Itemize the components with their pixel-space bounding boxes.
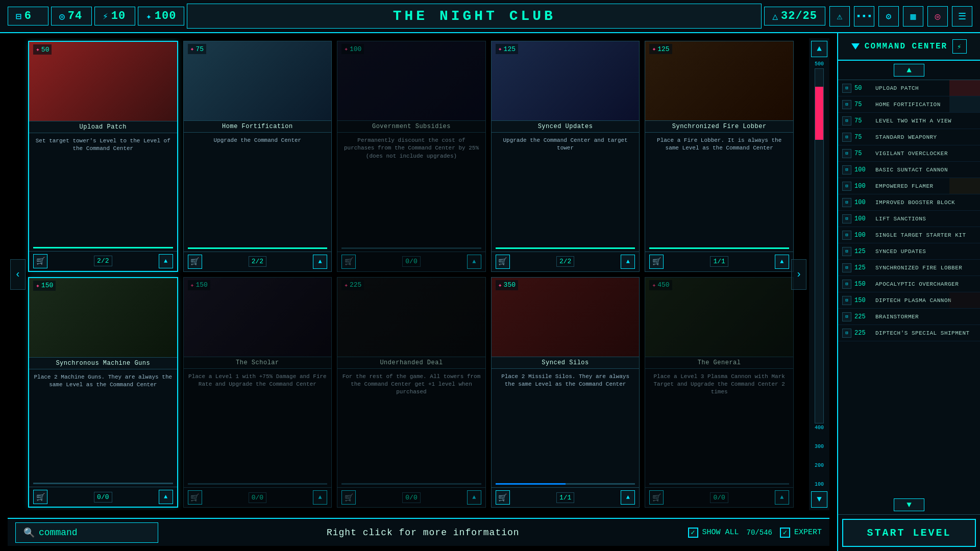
cc-item-cost-12: 150 — [854, 281, 872, 288]
cc-item-0[interactable]: ⊟ 50 UPLOAD PATCH — [838, 80, 980, 96]
card-arrow-the-scholar[interactable]: ▲ — [313, 490, 327, 505]
cc-item-3[interactable]: ⊟ 75 STANDARD WEAPONRY — [838, 129, 980, 145]
map-btn[interactable]: ▦ — [903, 6, 923, 27]
scroll-up-btn[interactable]: ▲ — [811, 41, 827, 57]
card-counter-synced-updates: 2/2 — [556, 256, 574, 267]
card-arrow-synced-updates[interactable]: ▲ — [621, 255, 635, 269]
cc-item-13[interactable]: ⊟ 150 DIPTECH PLASMA CANNON — [838, 292, 980, 309]
target-btn[interactable]: ◎ — [927, 6, 948, 27]
search-icon: 🔍 — [23, 527, 35, 538]
cc-up-btn[interactable]: ▲ — [894, 64, 924, 77]
card-the-general[interactable]: ✦ 450 The General Place a Level 3 Plasma… — [645, 277, 794, 508]
start-level-button[interactable]: START LEVEL — [842, 519, 976, 547]
card-cart-btn-the-general[interactable]: 🛒 — [649, 490, 664, 505]
top-right-area: △ 32/25 ⚠ ▪▪▪ ⚙ ▦ ◎ ☰ — [764, 6, 972, 27]
card-cost-synchronous-machine-guns: ✦ 150 — [33, 281, 56, 291]
show-all-checkbox[interactable] — [688, 528, 698, 538]
card-counter-home-fortification: 2/2 — [249, 256, 266, 267]
info-text: Right click for more information — [166, 528, 680, 538]
cc-item-10[interactable]: ⊟ 125 SYNCED UPDATES — [838, 243, 980, 260]
cc-item-name-11: SYNCHRONIZED FIRE LOBBER — [875, 265, 976, 271]
card-upload-patch[interactable]: ✦ 50 Upload Patch Set target tower's Lev… — [28, 41, 178, 272]
card-home-fortification[interactable]: ✦ 75 Home Fortification Upgrade the Comm… — [183, 41, 332, 272]
search-box[interactable]: 🔍 — [15, 522, 158, 543]
gear-icon[interactable]: ⚙ — [878, 6, 899, 27]
bars-btn[interactable]: ▪▪▪ — [854, 6, 874, 27]
card-footer-synced-updates: 🛒 2/2 ▲ — [492, 252, 640, 271]
card-cart-btn-government-subsidies[interactable]: 🛒 — [341, 255, 356, 269]
card-arrow-upload-patch[interactable]: ▲ — [159, 254, 173, 268]
scroll-down-btn[interactable]: ▼ — [811, 491, 827, 508]
cc-down-btn[interactable]: ▼ — [894, 498, 924, 511]
card-count: 70/546 — [747, 529, 772, 537]
cost-icon: ✦ — [652, 45, 656, 53]
alert-btn[interactable]: ⚠ — [829, 6, 850, 27]
cc-item-12[interactable]: ⊟ 150 APOCALYPTIC OVERCHARGER — [838, 276, 980, 292]
card-cart-btn-synced-silos[interactable]: 🛒 — [496, 490, 510, 505]
nav-right-arrow[interactable]: › — [791, 259, 806, 290]
cc-item-11[interactable]: ⊟ 125 SYNCHRONIZED FIRE LOBBER — [838, 260, 980, 276]
card-arrow-synchronized-fire-lobber[interactable]: ▲ — [775, 255, 789, 269]
card-government-subsidies[interactable]: ✦ 100 Government Subsidies Permanently d… — [337, 41, 486, 272]
cc-item-name-9: SINGLE TARGET STARTER KIT — [875, 232, 976, 238]
card-desc-underhanded-deal: For the rest of the game. All towers fro… — [337, 369, 485, 484]
cc-item-1[interactable]: ⊟ 75 HOME FORTIFICATION — [838, 96, 980, 113]
card-cost-government-subsidies: ✦ 100 — [341, 44, 364, 54]
nav-left-arrow[interactable]: ‹ — [10, 259, 26, 290]
card-footer-underhanded-deal: 🛒 0/0 ▲ — [337, 487, 485, 507]
cc-item-6[interactable]: ⊟ 100 EMPOWERED FLAMER — [838, 178, 980, 194]
cc-item-2[interactable]: ⊟ 75 LEVEL TWO WITH A VIEW — [838, 113, 980, 129]
card-arrow-home-fortification[interactable]: ▲ — [313, 255, 327, 269]
right-panel-title: COMMAND CENTER ⚡ — [838, 33, 980, 61]
card-counter-synchronized-fire-lobber: 1/1 — [710, 256, 728, 267]
cc-item-8[interactable]: ⊟ 100 LIFT SANCTIONS — [838, 211, 980, 227]
cc-item-cost-11: 125 — [854, 264, 872, 271]
cc-item-5[interactable]: ⊟ 100 BASIC SUNTACT CANNON — [838, 162, 980, 178]
cost-icon: ✦ — [36, 45, 40, 54]
card-arrow-the-general[interactable]: ▲ — [775, 490, 789, 505]
card-cart-btn-home-fortification[interactable]: 🛒 — [188, 255, 202, 269]
card-synced-updates[interactable]: ✦ 125 Synced Updates Upgrade the Command… — [491, 41, 640, 272]
cc-item-cost-14: 225 — [854, 313, 872, 320]
cc-item-14[interactable]: ⊟ 225 BRAINSTORMER — [838, 309, 980, 325]
card-arrow-synchronous-machine-guns[interactable]: ▲ — [159, 490, 173, 504]
scroll-track[interactable] — [815, 68, 824, 423]
card-cart-btn-upload-patch[interactable]: 🛒 — [33, 254, 47, 268]
card-synced-silos[interactable]: ✦ 350 Synced Silos Place 2 Missile Silos… — [491, 277, 640, 508]
menu-btn[interactable]: ☰ — [952, 6, 972, 27]
card-arrow-underhanded-deal[interactable]: ▲ — [467, 490, 481, 505]
cc-item-cost-5: 100 — [854, 166, 872, 173]
card-synchronous-machine-guns[interactable]: ✦ 150 Synchronous Machine Guns Place 2 M… — [28, 277, 178, 508]
card-synchronized-fire-lobber[interactable]: ✦ 125 Synchronized Fire Lobber Place a F… — [645, 41, 794, 272]
cc-item-15[interactable]: ⊟ 225 DIPTECH'S SPECIAL SHIPMENT — [838, 325, 980, 341]
cc-item-4[interactable]: ⊟ 75 VIGILANT OVERCLOCKER — [838, 145, 980, 162]
card-cart-btn-the-scholar[interactable]: 🛒 — [188, 490, 202, 505]
card-the-scholar[interactable]: ✦ 150 The Scholar Place a Level 1 with +… — [183, 277, 332, 508]
card-underhanded-deal[interactable]: ✦ 225 Underhanded Deal For the rest of t… — [337, 277, 486, 508]
card-cart-btn-synchronized-fire-lobber[interactable]: 🛒 — [649, 255, 664, 269]
card-cart-btn-synchronous-machine-guns[interactable]: 🛒 — [33, 490, 47, 504]
expert-checkbox[interactable] — [780, 528, 790, 538]
cc-item-cost-10: 125 — [854, 248, 872, 255]
card-cart-btn-synced-updates[interactable]: 🛒 — [496, 255, 510, 269]
card-name-synced-silos: Synced Silos — [492, 357, 640, 369]
stat-turns: ⊟ 6 — [8, 7, 48, 26]
cc-item-name-7: IMPROVED BOOSTER BLOCK — [875, 199, 976, 206]
card-name-government-subsidies: Government Subsidies — [337, 120, 485, 133]
expert-option[interactable]: EXPERT — [780, 528, 822, 538]
cc-item-cost-13: 150 — [854, 297, 872, 304]
card-arrow-synced-silos[interactable]: ▲ — [621, 490, 635, 505]
show-all-option[interactable]: SHOW ALL — [688, 528, 739, 538]
card-cart-btn-underhanded-deal[interactable]: 🛒 — [341, 490, 356, 505]
card-counter-synced-silos: 1/1 — [556, 492, 574, 503]
card-arrow-government-subsidies[interactable]: ▲ — [467, 255, 481, 269]
card-footer-upload-patch: 🛒 2/2 ▲ — [29, 251, 177, 271]
cc-item-icon-13: ⊟ — [842, 296, 851, 305]
cc-item-7[interactable]: ⊟ 100 IMPROVED BOOSTER BLOCK — [838, 194, 980, 211]
cc-item-icon-9: ⊟ — [842, 231, 851, 240]
search-input[interactable] — [39, 528, 150, 538]
main-area: ‹ ✦ 50 Upload Patch Set target tower's L… — [0, 33, 980, 551]
cc-item-icon-1: ⊟ — [842, 100, 851, 109]
cc-item-name-4: VIGILANT OVERCLOCKER — [875, 151, 976, 157]
cc-item-9[interactable]: ⊟ 100 SINGLE TARGET STARTER KIT — [838, 227, 980, 243]
